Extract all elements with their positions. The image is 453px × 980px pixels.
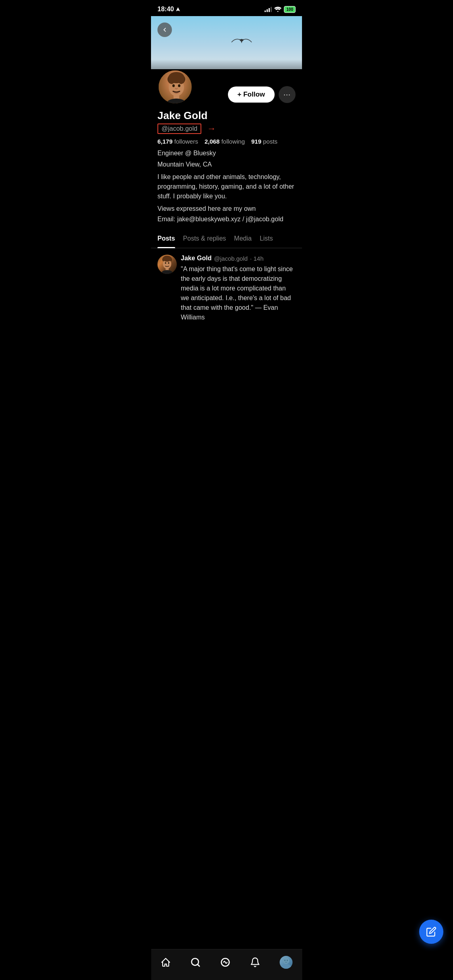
battery-icon: 100 xyxy=(284,6,296,13)
post-header: Jake Gold @jacob.gold · 14h xyxy=(181,255,296,262)
avatar xyxy=(157,69,193,105)
stats-row: 6,179 followers 2,068 following 919 post… xyxy=(157,138,296,145)
svg-point-13 xyxy=(168,262,169,264)
svg-point-8 xyxy=(168,76,175,84)
post-section: Jake Gold @jacob.gold · 14h "A major thi… xyxy=(151,248,302,329)
profile-handle: @jacob.gold xyxy=(157,124,201,134)
follow-button[interactable]: + Follow xyxy=(228,86,275,103)
following-stat: 2,068 following xyxy=(205,138,245,145)
signal-icon xyxy=(265,6,272,12)
views-text: Views expressed here are my own xyxy=(157,205,296,212)
post-handle: @jacob.gold xyxy=(214,255,248,262)
post-content: Jake Gold @jacob.gold · 14h "A major thi… xyxy=(181,255,296,322)
post-avatar xyxy=(157,255,177,274)
profile-section: + Follow ··· Jake Gold @jacob.gold ← 6,1… xyxy=(151,69,302,248)
status-time: 18:40 xyxy=(157,6,180,13)
avatar-action-row: + Follow ··· xyxy=(157,69,296,105)
post-item: Jake Gold @jacob.gold · 14h "A major thi… xyxy=(157,255,296,322)
svg-point-12 xyxy=(165,262,166,264)
email-text: Email: jake@blueskyweb.xyz / j@jacob.gol… xyxy=(157,216,296,223)
posts-stat: 919 posts xyxy=(251,138,277,145)
chevron-left-icon xyxy=(161,27,168,33)
wifi-icon xyxy=(274,6,281,12)
status-bar: 18:40 100 xyxy=(151,0,302,16)
location: Mountain View, CA xyxy=(157,161,296,168)
back-button[interactable] xyxy=(157,23,172,37)
svg-point-16 xyxy=(163,256,172,262)
arrow-indicator: ← xyxy=(207,124,216,134)
profile-tabs: Posts Posts & replies Media Lists xyxy=(151,229,302,248)
post-text: "A major thing that's come to light sinc… xyxy=(181,264,296,322)
action-buttons: + Follow ··· xyxy=(228,86,296,103)
tab-posts-replies[interactable]: Posts & replies xyxy=(183,229,226,248)
tab-posts[interactable]: Posts xyxy=(157,229,175,248)
svg-point-6 xyxy=(167,99,186,105)
profile-name: Jake Gold xyxy=(157,109,296,122)
svg-point-0 xyxy=(240,39,243,41)
followers-stat: 6,179 followers xyxy=(157,138,198,145)
bird-image xyxy=(230,36,254,48)
post-time: · 14h xyxy=(250,255,263,262)
status-icons: 100 xyxy=(265,6,296,13)
more-options-button[interactable]: ··· xyxy=(279,86,296,103)
svg-point-3 xyxy=(172,84,175,87)
location-arrow-icon xyxy=(176,7,180,12)
bio-line1: Engineer @ Bluesky xyxy=(157,149,296,158)
profile-handle-row: @jacob.gold ← xyxy=(157,124,296,134)
tab-media[interactable]: Media xyxy=(234,229,252,248)
svg-point-4 xyxy=(178,84,180,87)
svg-point-15 xyxy=(162,270,172,274)
bio-text: I like people and other animals, technol… xyxy=(157,172,296,201)
svg-point-9 xyxy=(178,76,184,84)
tab-lists[interactable]: Lists xyxy=(260,229,273,248)
post-author: Jake Gold xyxy=(181,255,211,262)
